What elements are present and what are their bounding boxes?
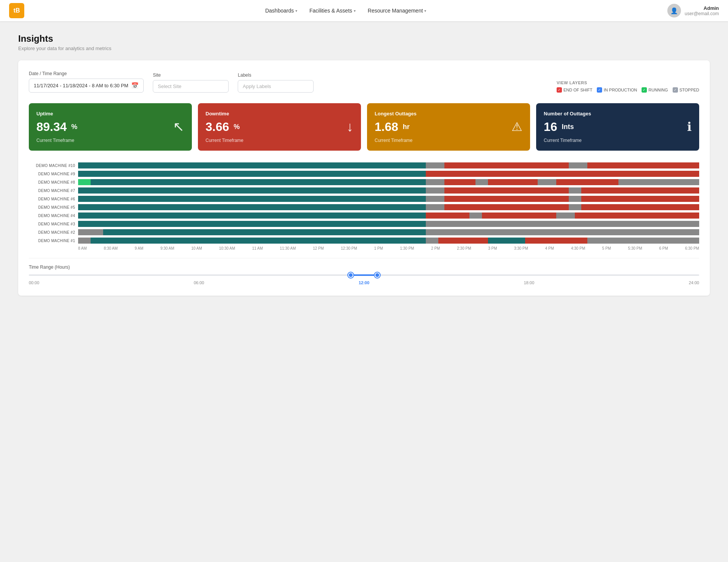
- gantt-row-label: DEMO MACHINE #7: [29, 189, 78, 193]
- gantt-bar-container[interactable]: [78, 204, 699, 210]
- uptime-title: Uptime: [36, 111, 184, 116]
- gantt-row-label: DEMO MACHINE #2: [29, 230, 78, 235]
- slider-section: Time Range (Hours) 00:00 06:00 12:00 18:…: [29, 258, 699, 285]
- gantt-bar-container[interactable]: [78, 238, 699, 244]
- gantt-bar-container[interactable]: [78, 196, 699, 202]
- gantt-bar-container[interactable]: [78, 179, 699, 185]
- gantt-segment: [482, 213, 557, 219]
- uptime-value-row: 89.34 % ↖: [36, 119, 184, 135]
- time-axis-label: 4:30 PM: [571, 246, 585, 250]
- gantt-bar-container[interactable]: [78, 187, 699, 194]
- time-axis-label: 8 AM: [78, 246, 87, 250]
- gantt-row: DEMO MACHINE #4: [29, 211, 699, 220]
- in-production-checkbox[interactable]: ✓: [597, 87, 602, 93]
- metric-num-outages: Number of Outtages 16 Ints ℹ Current Tim…: [536, 103, 699, 151]
- gantt-segment: [78, 238, 91, 244]
- gantt-segment: [444, 204, 569, 210]
- time-axis-label: 2 PM: [431, 246, 440, 250]
- nav-dashboards[interactable]: Dashboards ▾: [265, 8, 297, 14]
- time-axis-label: 6 PM: [659, 246, 668, 250]
- warning-icon: ⚠: [511, 120, 522, 134]
- time-axis-label: 10:30 AM: [219, 246, 235, 250]
- layer-in-production[interactable]: ✓ IN PRODUCTION: [597, 87, 637, 93]
- gantt-row: DEMO MACHINE #1: [29, 236, 699, 245]
- gantt-segment: [618, 179, 699, 185]
- time-axis-label: 9:30 AM: [160, 246, 174, 250]
- slider-thumb-right[interactable]: [375, 272, 380, 278]
- layers-checkboxes: ✓ END OF SHIFT ✓ IN PRODUCTION ✓ RUNNING…: [557, 87, 699, 93]
- nav-resource[interactable]: Resource Management ▾: [368, 8, 427, 14]
- time-axis-label: 5 PM: [602, 246, 611, 250]
- time-axis-label: 3:30 PM: [514, 246, 528, 250]
- time-axis-label: 5:30 PM: [628, 246, 642, 250]
- gantt-row: DEMO MACHINE #7: [29, 186, 699, 195]
- gantt-segment: [444, 196, 569, 202]
- gantt-segment: [91, 179, 426, 185]
- time-axis-label: 2:30 PM: [457, 246, 471, 250]
- longest-outage-unit: hr: [403, 123, 410, 131]
- num-outages-value: 16: [544, 120, 557, 134]
- running-checkbox[interactable]: ✓: [642, 87, 647, 93]
- time-axis-label: 6:30 PM: [685, 246, 699, 250]
- user-email: user@email.com: [685, 11, 719, 16]
- downtime-title: Downtime: [206, 111, 353, 116]
- stopped-checkbox[interactable]: ✓: [673, 87, 678, 93]
- gantt-bar-container[interactable]: [78, 171, 699, 177]
- time-axis-label: 9 AM: [135, 246, 143, 250]
- downtime-icon: ↓: [347, 119, 353, 135]
- layer-stopped[interactable]: ✓ STOPPED: [673, 87, 699, 93]
- site-input[interactable]: Select Site: [153, 80, 229, 93]
- gantt-chart-area: DEMO MACHINE #10DEMO MACHINE #9DEMO MACH…: [29, 161, 699, 250]
- slider-labels: 00:00 06:00 12:00 18:00 24:00: [29, 280, 699, 285]
- num-outages-footer: Current Timeframe: [544, 138, 692, 143]
- gantt-segment: [426, 238, 438, 244]
- gantt-row-label: DEMO MACHINE #5: [29, 205, 78, 209]
- uptime-footer: Current Timeframe: [36, 138, 184, 143]
- gantt-bar-container[interactable]: [78, 221, 699, 227]
- downtime-unit: %: [234, 123, 240, 131]
- slider-label-mid2: 18:00: [524, 280, 534, 285]
- slider-fill: [351, 274, 378, 276]
- gantt-segment: [78, 187, 426, 194]
- user-profile[interactable]: 👤 Admin user@email.com: [667, 4, 719, 17]
- gantt-segment: [91, 238, 426, 244]
- uptime-value: 89.34: [36, 120, 67, 134]
- layer-running[interactable]: ✓ RUNNING: [642, 87, 668, 93]
- gantt-bar-container[interactable]: [78, 229, 699, 235]
- gantt-segment: [581, 187, 699, 194]
- downtime-value: 3.66: [206, 120, 229, 134]
- metrics-row: Uptime 89.34 % ↖ Current Timeframe Downt…: [29, 103, 699, 151]
- info-icon: ℹ: [687, 120, 692, 134]
- gantt-bar-container[interactable]: [78, 162, 699, 168]
- gantt-segment: [444, 179, 475, 185]
- time-axis-label: 11 AM: [252, 246, 263, 250]
- time-axis-label: 11:30 AM: [280, 246, 296, 250]
- gantt-segment: [569, 204, 581, 210]
- gantt-segment: [426, 179, 444, 185]
- gantt-bar-container[interactable]: [78, 213, 699, 219]
- gantt-row: DEMO MACHINE #3: [29, 220, 699, 228]
- page-subtitle: Explore your data for analytics and metr…: [18, 46, 710, 51]
- gantt-segment: [78, 229, 103, 235]
- slider-label-start: 00:00: [29, 280, 39, 285]
- time-axis-label: 1 PM: [374, 246, 383, 250]
- longest-outage-value: 1.68: [375, 120, 398, 134]
- uptime-unit: %: [71, 123, 77, 131]
- end-of-shift-checkbox[interactable]: ✓: [557, 87, 562, 93]
- app-logo[interactable]: tB: [9, 3, 24, 18]
- date-input[interactable]: 11/17/2024 - 11/18/2024 - 8 AM to 6:30 P…: [29, 79, 144, 93]
- filters-row: Date / Time Range 11/17/2024 - 11/18/202…: [29, 71, 699, 93]
- layer-end-of-shift[interactable]: ✓ END OF SHIFT: [557, 87, 592, 93]
- gantt-row-label: DEMO MACHINE #1: [29, 239, 78, 243]
- gantt-segment: [426, 204, 444, 210]
- uptime-icon: ↖: [173, 119, 184, 135]
- num-outages-unit: Ints: [562, 123, 574, 131]
- nav-facilities[interactable]: Facilities & Assets ▾: [309, 8, 356, 14]
- downtime-value-row: 3.66 % ↓: [206, 119, 353, 135]
- gantt-segment: [103, 229, 426, 235]
- slider-track[interactable]: [29, 274, 699, 276]
- gantt-segment: [426, 196, 444, 202]
- gantt-segment: [488, 179, 538, 185]
- labels-input[interactable]: Apply Labels: [238, 80, 314, 93]
- slider-thumb-left[interactable]: [348, 272, 353, 278]
